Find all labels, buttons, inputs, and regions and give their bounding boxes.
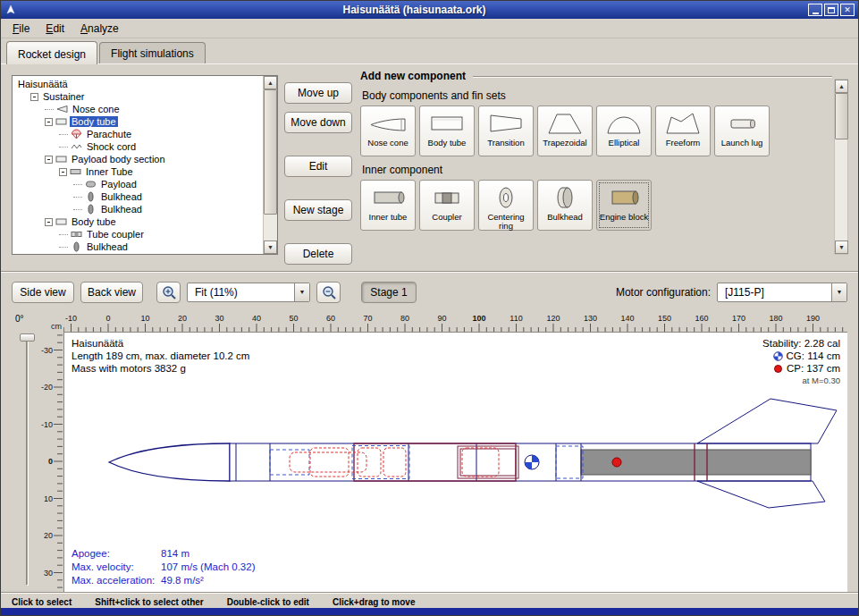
zoom-select[interactable]: Fit (11%) ▼ [187,283,310,302]
svg-text:-20: -20 [41,383,53,392]
window-title: Haisunäätä (haisunaata.ork) [21,4,808,16]
move-up-button[interactable]: Move up [284,82,352,104]
svg-text:50: 50 [289,314,298,323]
scrollbar-thumb[interactable] [835,93,848,139]
svg-text:30: 30 [44,569,53,578]
titlebar[interactable]: Haisunäätä (haisunaata.ork) ✕ [1,1,858,19]
svg-text:40: 40 [252,314,261,323]
menu-file[interactable]: File [4,20,38,38]
palette-button-label: Trapezoidal [541,139,588,148]
palette-button-nose-cone[interactable]: Nose cone [360,105,416,156]
tree-item-body-tube[interactable]: Body tube [13,215,263,228]
palette-scrollbar[interactable]: ▲ ▼ [834,79,848,255]
rocket-mass: Mass with motors 3832 g [72,362,249,375]
collapse-toggle-icon[interactable] [45,218,53,226]
svg-text:30: 30 [215,314,223,323]
svg-text:120: 120 [546,314,560,323]
tree-item-payload-body-section[interactable]: Payload body section [13,153,263,165]
rocket-length: Length 189 cm, max. diameter 10.2 cm [72,350,249,362]
svg-text:0: 0 [48,457,53,466]
collapse-toggle-icon[interactable] [45,156,53,164]
palette-button-launch-lug[interactable]: Launch lug [714,105,770,156]
rotation-slider-handle[interactable] [20,333,35,342]
tree-item-inner-tube[interactable]: Inner Tube [13,165,263,178]
cp-icon [773,364,783,374]
palette-button-centering-ring[interactable]: Centering ring [478,180,534,231]
palette-button-freeform[interactable]: Freeform [655,105,711,156]
tree-item-label: Inner Tube [84,166,135,177]
lower-fin-shape[interactable] [697,481,825,508]
tree-item-shock-cord[interactable]: Shock cord [13,140,263,153]
scrollbar-thumb[interactable] [264,89,277,215]
scroll-down-icon[interactable]: ▼ [264,240,277,254]
tree-item-sustainer[interactable]: Sustainer [13,90,263,103]
flight-stat-label: Apogee: [72,547,161,561]
menu-analyze[interactable]: Analyze [72,20,127,38]
tree-item-bulkhead[interactable]: Bulkhead [13,190,263,203]
palette-button-inner-tube[interactable]: Inner tube [360,180,416,231]
tree-item-bulkhead[interactable]: Bulkhead [13,203,263,215]
move-down-button[interactable]: Move down [284,112,352,133]
zoom-out-button[interactable] [316,282,341,303]
tree-item-tube-coupler[interactable]: Tube coupler [13,228,263,240]
stage-1-toggle[interactable]: Stage 1 [361,282,417,303]
tree-item-body-tube[interactable]: Body tube [13,115,263,128]
scroll-down-icon[interactable]: ▼ [835,240,848,254]
close-button[interactable]: ✕ [840,4,855,16]
palette-button-transition[interactable]: Transition [478,105,534,156]
palette-button-engine-block[interactable]: Engine block [596,180,652,231]
tree-item-nose-cone[interactable]: Nose cone [13,103,263,115]
collapse-toggle-icon[interactable] [30,93,38,101]
motor-configuration-select[interactable]: [J115-P] ▼ [717,283,847,302]
centering-icon [486,184,526,211]
tree-connector [73,197,82,198]
upper-fin-shape[interactable] [697,399,837,443]
coupler-icon [71,229,82,240]
rotation-slider-track[interactable] [26,335,29,586]
scroll-up-icon[interactable]: ▲ [264,76,277,89]
back-view-button[interactable]: Back view [80,282,143,303]
scroll-up-icon[interactable]: ▲ [835,80,848,93]
delete-button[interactable]: Delete [284,243,352,265]
collapse-toggle-icon[interactable] [59,168,67,176]
nose-cone-shape[interactable] [109,443,230,481]
menu-edit[interactable]: Edit [38,20,72,38]
palette-button-coupler[interactable]: Coupler [419,180,475,231]
zoom-in-button[interactable] [156,282,181,303]
chevron-down-icon: ▼ [294,283,309,301]
side-view-button[interactable]: Side view [12,282,74,303]
flight-stat-value: 107 m/s (Mach 0.32) [161,561,255,574]
tab-rocket-design[interactable]: Rocket design [6,41,97,64]
collapse-toggle-icon[interactable] [45,118,53,126]
window-icon [4,4,17,16]
edit-button[interactable]: Edit [284,156,352,177]
svg-text:-10: -10 [41,420,53,429]
tree-item-haisun-t[interactable]: Haisunäätä [13,78,263,90]
palette-button-body-tube[interactable]: Body tube [419,105,475,156]
palette-button-bulkhead[interactable]: Bulkhead [537,180,593,231]
nosecone-icon [368,110,408,137]
bulkhead-icon [85,204,97,215]
minimize-button[interactable] [808,4,822,16]
new-stage-button[interactable]: New stage [284,199,352,221]
launchlug-icon [722,110,762,137]
flight-stat-label: Max. acceleration: [72,574,161,587]
palette-group-label: Body components and fin sets [362,89,832,102]
palette-button-label: Inner tube [367,213,409,222]
tab-flight-simulations[interactable]: Flight simulations [99,42,206,63]
tree-item-label: Tube coupler [85,229,146,240]
palette-button-label: Launch lug [720,139,764,148]
tree-scrollbar[interactable]: ▲ ▼ [263,76,277,254]
maximize-button[interactable] [824,4,838,16]
palette-row: Inner tubeCouplerCentering ringBulkheadE… [360,180,832,231]
tree-item-payload[interactable]: Payload [13,178,263,190]
tree-item-parachute[interactable]: Parachute [13,128,263,140]
status-hint: Click to select [12,597,72,607]
tree-connector [59,134,68,135]
palette-button-elliptical[interactable]: Elliptical [596,105,652,156]
rocket-canvas[interactable]: Haisunäätä Length 189 cm, max. diameter … [63,332,847,593]
bulkheadp-icon [545,184,585,211]
palette-button-trapezoidal[interactable]: Trapezoidal [537,105,593,156]
menubar: FileEditAnalyze [1,19,858,38]
tree-item-bulkhead[interactable]: Bulkhead [13,240,263,253]
